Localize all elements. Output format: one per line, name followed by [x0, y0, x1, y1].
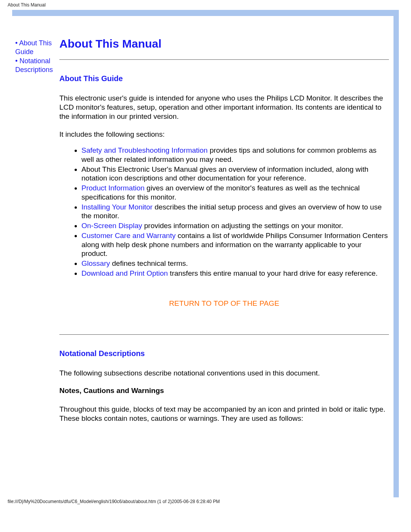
- divider: [59, 334, 389, 335]
- divider: [59, 59, 389, 60]
- list-item: On-Screen Display provides information o…: [81, 221, 389, 230]
- page-title: About This Manual: [59, 37, 389, 50]
- return-to-top-link[interactable]: RETURN TO TOP OF THE PAGE: [169, 299, 279, 307]
- main-content: About This Manual About This Guide This …: [59, 16, 393, 432]
- sections-list: Safety and Troubleshooting Information p…: [59, 146, 389, 278]
- link-safety[interactable]: Safety and Troubleshooting Information: [81, 146, 208, 154]
- document-frame: • About This Guide • Notational Descript…: [12, 10, 399, 497]
- list-item: Customer Care and Warranty contains a li…: [81, 231, 389, 258]
- list-text: provides information on adjusting the se…: [142, 222, 343, 230]
- nav-link-about-guide[interactable]: About This Guide: [15, 39, 52, 56]
- bullet-icon: •: [15, 57, 19, 65]
- link-product[interactable]: Product Information: [81, 184, 145, 192]
- list-text: About This Electronic User's Manual give…: [81, 165, 368, 182]
- notational-intro: The following subsections describe notat…: [59, 369, 389, 378]
- list-item: Glossary defines technical terms.: [81, 259, 389, 268]
- sidebar-item-notational[interactable]: • Notational Descriptions: [15, 57, 59, 75]
- link-download[interactable]: Download and Print Option: [81, 269, 168, 277]
- list-item: Download and Print Option transfers this…: [81, 269, 389, 278]
- list-item: Safety and Troubleshooting Information p…: [81, 146, 389, 164]
- document-header-title: About This Manual: [0, 0, 411, 10]
- link-glossary[interactable]: Glossary: [81, 259, 110, 267]
- link-osd[interactable]: On-Screen Display: [81, 222, 142, 230]
- list-item: Installing Your Monitor describes the in…: [81, 203, 389, 221]
- sidebar-nav: • About This Guide • Notational Descript…: [12, 16, 59, 75]
- list-text: transfers this entire manual to your har…: [168, 269, 378, 277]
- includes-label: It includes the following sections:: [59, 130, 389, 139]
- intro-paragraph: This electronic user's guide is intended…: [59, 94, 389, 121]
- link-care[interactable]: Customer Care and Warranty: [81, 232, 175, 240]
- nav-link-notational[interactable]: Notational Descriptions: [15, 57, 53, 73]
- bullet-icon: •: [15, 39, 19, 47]
- return-to-top: RETURN TO TOP OF THE PAGE: [59, 299, 389, 308]
- section-heading-about-guide: About This Guide: [59, 74, 389, 83]
- subsection-heading-notes: Notes, Cautions and Warnings: [59, 387, 389, 395]
- list-item: About This Electronic User's Manual give…: [81, 165, 389, 183]
- footer-path: file:///D|/My%20Documents/dfu/C6_Model/e…: [0, 497, 411, 508]
- notes-paragraph: Throughout this guide, blocks of text ma…: [59, 405, 389, 423]
- list-item: Product Information gives an overview of…: [81, 184, 389, 202]
- link-install[interactable]: Installing Your Monitor: [81, 203, 153, 211]
- list-text: defines technical terms.: [110, 259, 188, 267]
- sidebar-item-about-guide[interactable]: • About This Guide: [15, 39, 59, 57]
- section-heading-notational: Notational Descriptions: [59, 349, 389, 358]
